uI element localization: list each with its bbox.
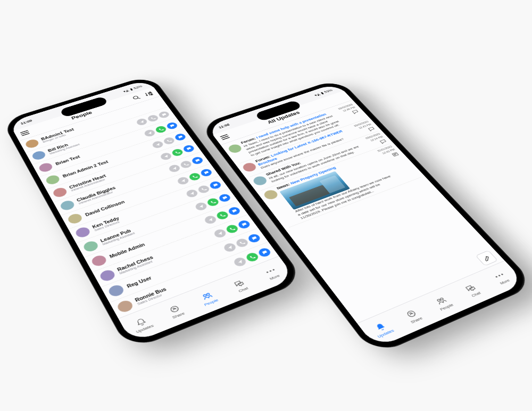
svg-text:Z: Z [150, 93, 153, 96]
svg-point-13 [440, 298, 444, 300]
avatar [66, 212, 84, 225]
avatar [227, 143, 243, 154]
chat-icon[interactable] [227, 206, 242, 217]
call-icon[interactable] [146, 114, 160, 122]
sort-icon[interactable]: AZ [143, 91, 154, 98]
avatar [241, 161, 258, 172]
avatar [107, 283, 126, 298]
comment-icon[interactable] [367, 126, 376, 132]
navigate-icon[interactable] [194, 201, 209, 211]
svg-line-1 [138, 97, 140, 99]
call-icon[interactable] [162, 136, 176, 145]
svg-point-6 [206, 293, 210, 295]
avatar [115, 299, 135, 314]
call-icon[interactable] [154, 125, 168, 134]
navigate-icon[interactable] [176, 176, 190, 185]
svg-point-12 [437, 299, 440, 301]
navigate-icon[interactable] [203, 215, 218, 225]
svg-line-10 [394, 155, 395, 155]
news-icon[interactable] [390, 151, 400, 158]
menu-icon[interactable] [220, 134, 230, 140]
navigate-icon[interactable] [168, 163, 181, 173]
battery-pct: 53% [133, 85, 143, 90]
status-time: 11:09 [20, 119, 33, 125]
navigate-icon[interactable] [212, 228, 227, 239]
chat-icon[interactable] [190, 156, 204, 166]
navigate-icon[interactable] [222, 242, 238, 253]
chat-icon[interactable] [165, 121, 179, 130]
avatar [262, 188, 280, 201]
status-time: 11:08 [218, 123, 230, 129]
chat-icon[interactable] [257, 247, 272, 258]
svg-point-5 [203, 294, 206, 297]
chat-icon[interactable] [173, 133, 187, 142]
wifi-icon: ▾◭ [313, 93, 321, 97]
avatar [24, 138, 40, 150]
avatar [45, 174, 61, 186]
avatar [31, 150, 47, 161]
call-icon[interactable] [206, 197, 220, 207]
avatar [38, 162, 54, 174]
navigate-icon[interactable] [143, 129, 156, 138]
avatar [52, 186, 69, 199]
navigate-icon[interactable] [185, 188, 199, 199]
svg-point-0 [132, 96, 138, 100]
avatar [251, 175, 268, 186]
navigate-icon[interactable] [159, 152, 173, 161]
navigate-icon[interactable] [151, 140, 165, 149]
avatar [74, 226, 92, 239]
call-icon[interactable] [245, 251, 260, 262]
chat-icon[interactable] [199, 168, 213, 177]
chat-icon[interactable] [246, 233, 262, 244]
wifi-icon: ▾◭ [122, 89, 130, 93]
call-icon[interactable] [225, 224, 239, 234]
menu-icon[interactable] [20, 130, 30, 136]
avatar [98, 268, 117, 283]
battery-pct: 53% [323, 88, 334, 94]
search-icon[interactable] [131, 94, 143, 102]
battery-icon: ▮ [129, 88, 134, 91]
call-icon[interactable] [235, 237, 250, 249]
navigate-icon[interactable] [232, 256, 247, 268]
chat-icon[interactable] [237, 219, 252, 230]
chat-icon[interactable] [208, 180, 222, 190]
chat-icon[interactable] [182, 144, 196, 153]
chat-icon[interactable] [218, 193, 232, 203]
call-icon[interactable] [196, 184, 211, 194]
comment-icon[interactable] [378, 138, 388, 145]
call-icon[interactable] [179, 160, 193, 169]
navigate-icon[interactable] [135, 118, 148, 126]
call-icon[interactable] [215, 210, 230, 221]
chat-icon[interactable] [157, 110, 171, 119]
avatar [82, 240, 100, 253]
avatar [90, 254, 108, 268]
avatar [59, 199, 76, 211]
call-icon[interactable] [171, 148, 185, 157]
call-icon[interactable] [188, 172, 202, 182]
comment-icon[interactable] [351, 109, 360, 114]
